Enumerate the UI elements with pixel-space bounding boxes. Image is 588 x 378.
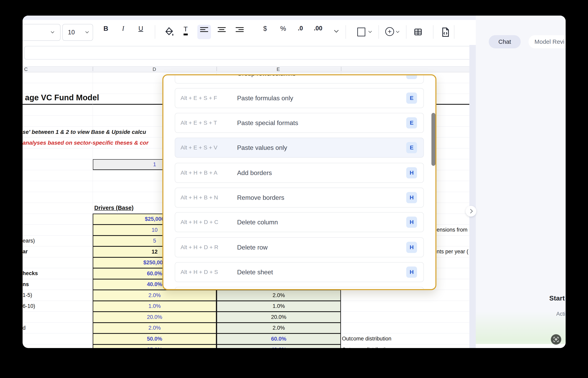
- shortcut-badge: E: [406, 142, 417, 153]
- input-cell-d[interactable]: 25.0%: [93, 344, 217, 348]
- row-label-c: d: [23, 325, 26, 331]
- calc-cell-e[interactable]: 1.0%: [217, 301, 341, 312]
- calc-cell-e[interactable]: 2.0%: [217, 323, 341, 334]
- shortcut-label: Paste formulas only: [237, 89, 293, 108]
- shortcut-badge: E: [406, 93, 417, 104]
- shortcut-label: Add borders: [237, 163, 272, 182]
- shortcut-keys: Alt + E + S + V: [181, 138, 217, 157]
- cell-value: 1.0%: [273, 303, 285, 309]
- cell-value: 25.0%: [147, 347, 162, 348]
- shortcut-row-add-borders[interactable]: Alt + H + B + AAdd bordersH: [175, 163, 424, 183]
- drivers-header: Drivers (Base): [94, 204, 134, 211]
- shortcut-label: Remove borders: [237, 188, 284, 207]
- cell-value: 50.0%: [147, 336, 162, 342]
- shortcut-keys: Alt + H + B + N: [181, 188, 218, 207]
- app-window: 10 B I U T: [23, 15, 566, 348]
- calc-cell-e[interactable]: 20.0%: [217, 311, 341, 323]
- cell-value: 2.0%: [148, 325, 161, 331]
- input-cell-d[interactable]: 20.0%: [93, 311, 217, 323]
- shortcut-keys: Alt + H + D + R: [181, 238, 218, 257]
- row-label-c: ns: [23, 281, 29, 287]
- cell-value: 12: [152, 249, 157, 255]
- tab-model-review-label: Model Revi: [535, 38, 564, 45]
- calc-cell-e[interactable]: 2.0%: [217, 290, 341, 301]
- shortcut-keys: Alt + E + S + T: [181, 113, 217, 133]
- scenario-selector-value: 1: [153, 162, 156, 168]
- panel-divider-strip: [469, 45, 476, 348]
- panel-collapse-button[interactable]: [466, 206, 476, 216]
- cell-value: 20.0%: [271, 314, 287, 320]
- shortcut-label: Delete row: [237, 238, 268, 257]
- input-cell-d[interactable]: 1.0%: [93, 301, 217, 312]
- cell-value: 60.0%: [147, 270, 162, 277]
- panel-start-heading: Start: [549, 294, 565, 302]
- sheet-note-italic: se' between 1 & 2 to view Base & Upside …: [23, 129, 146, 135]
- gridline: [23, 72, 469, 72]
- tab-model-review[interactable]: Model Revi: [528, 35, 566, 48]
- cell-value: 10: [152, 227, 157, 233]
- shortcut-label: Group rows/columns: [237, 74, 296, 83]
- sheet-title: age VC Fund Model: [25, 93, 99, 102]
- shortcut-label: Delete sheet: [237, 263, 273, 282]
- shortcut-row-paste-special-formats[interactable]: Alt + E + S + TPaste special formatsE: [175, 113, 424, 133]
- shortcut-row-delete-sheet[interactable]: Alt + H + D + SDelete sheetH: [175, 262, 424, 282]
- scan-text-icon: [553, 336, 560, 343]
- modal-scrollbar[interactable]: [431, 113, 435, 166]
- shortcut-badge: H: [406, 192, 417, 203]
- cell-value: 20.0%: [147, 314, 162, 320]
- shortcut-badge: H: [406, 167, 417, 178]
- annotation-f: Outcome distribution: [342, 336, 392, 342]
- shortcut-badge: H: [406, 216, 417, 228]
- shortcuts-modal: Alt + A + G + GGroup rows/columnsAAlt + …: [162, 74, 436, 290]
- shortcut-label: Delete column: [237, 213, 278, 232]
- row-label-c: ears): [23, 238, 35, 244]
- calc-cell-e[interactable]: 40.0%: [217, 344, 341, 348]
- panel-footer: [476, 344, 566, 348]
- cell-value: 5: [153, 238, 156, 244]
- shortcut-row-delete-column[interactable]: Alt + H + D + CDelete columnH: [175, 212, 424, 232]
- annotation-f: ensions from L: [437, 227, 469, 233]
- shortcut-badge: A: [406, 74, 417, 79]
- cell-value: 60.0%: [271, 336, 287, 342]
- cell-value: 40.0%: [271, 347, 287, 348]
- input-cell-d[interactable]: 2.0%: [93, 290, 217, 301]
- shortcut-row-paste-values-only[interactable]: Alt + E + S + VPaste values onlyE: [175, 138, 424, 158]
- cell-value: 2.0%: [148, 292, 161, 298]
- input-cell-d[interactable]: 50.0%: [93, 333, 217, 345]
- shortcut-badge: H: [406, 267, 417, 278]
- shortcut-keys: Alt + H + B + A: [181, 163, 217, 182]
- shortcut-keys: Alt + A + G + G: [181, 74, 218, 83]
- row-label-c: hecks: [23, 270, 38, 277]
- input-cell-d[interactable]: 2.0%: [93, 323, 217, 334]
- shortcut-keys: Alt + H + D + C: [181, 213, 218, 232]
- shortcut-badge: E: [406, 117, 417, 128]
- cell-value: 40.0%: [147, 281, 162, 287]
- annotation-f: Outcome distributi: [342, 347, 385, 348]
- shortcut-badge: H: [406, 242, 417, 253]
- scan-fab-button[interactable]: [551, 334, 561, 345]
- panel-activity-label: Acti: [556, 311, 565, 317]
- row-label-c: ar: [23, 249, 28, 255]
- shortcut-row-delete-row[interactable]: Alt + H + D + RDelete rowH: [175, 237, 424, 257]
- shortcut-label: Paste values only: [237, 138, 287, 157]
- assistant-panel: Chat Model Revi Start Acti: [476, 15, 566, 348]
- calc-cell-e[interactable]: 60.0%: [217, 333, 341, 345]
- shortcut-row[interactable]: [175, 287, 424, 290]
- screenshot-stage: 10 B I U T: [0, 0, 588, 378]
- shortcut-row-group-rows-columns[interactable]: Alt + A + G + GGroup rows/columnsA: [175, 74, 424, 83]
- tab-chat[interactable]: Chat: [489, 35, 521, 48]
- shortcut-keys: Alt + E + S + F: [181, 89, 217, 108]
- shortcut-row-remove-borders[interactable]: Alt + H + B + NRemove bordersH: [175, 188, 424, 208]
- tab-chat-label: Chat: [498, 38, 511, 45]
- sheet-note-red: analyses based on sector-specific theses…: [23, 140, 148, 146]
- row-label-c: 1-5): [23, 292, 32, 298]
- shortcut-label: Paste special formats: [237, 113, 298, 133]
- annotation-f: nts per year (: [437, 249, 468, 255]
- shortcut-row-paste-formulas-only[interactable]: Alt + E + S + FPaste formulas onlyE: [175, 88, 424, 108]
- shortcut-keys: Alt + H + D + S: [181, 263, 218, 282]
- cell-value: 1.0%: [148, 303, 161, 309]
- cell-value: 2.0%: [273, 292, 285, 298]
- row-label-c: 6-10): [23, 303, 35, 309]
- cell-value: $25,000: [145, 216, 164, 222]
- cell-value: 2.0%: [273, 325, 285, 331]
